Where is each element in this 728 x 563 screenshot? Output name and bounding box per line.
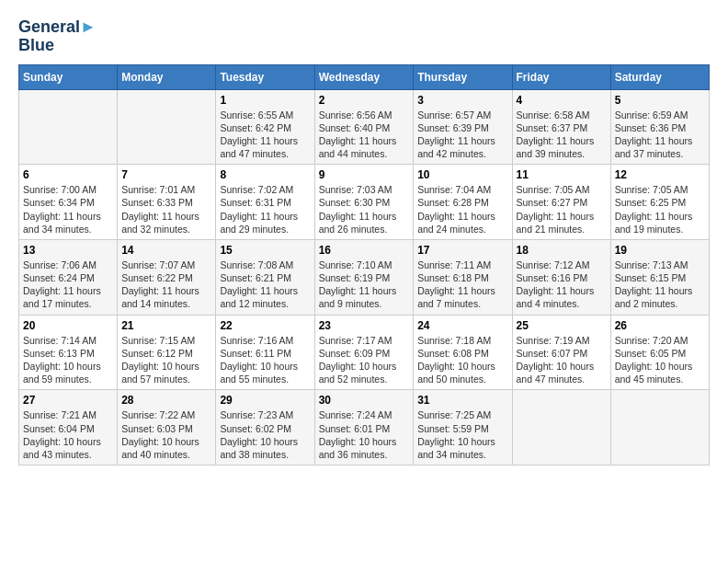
day-info: Sunrise: 6:58 AMSunset: 6:37 PMDaylight:… [517, 109, 607, 161]
day-info: Sunrise: 7:21 AMSunset: 6:04 PMDaylight:… [23, 408, 113, 461]
day-info: Sunrise: 7:04 AMSunset: 6:28 PMDaylight:… [417, 183, 507, 236]
day-number: 19 [615, 244, 705, 257]
day-number: 23 [319, 319, 410, 332]
calendar-week-row: 6Sunrise: 7:00 AMSunset: 6:34 PMDaylight… [19, 165, 710, 240]
day-info: Sunrise: 7:05 AMSunset: 6:27 PMDaylight:… [517, 183, 607, 236]
calendar-cell: 25Sunrise: 7:19 AMSunset: 6:07 PMDayligh… [512, 315, 610, 390]
calendar-cell: 7Sunrise: 7:01 AMSunset: 6:33 PMDaylight… [118, 165, 216, 240]
day-number: 22 [220, 319, 310, 332]
day-number: 14 [121, 244, 211, 257]
calendar-cell [512, 390, 610, 465]
day-number: 11 [517, 168, 607, 181]
logo-text: General►Blue [18, 18, 97, 55]
calendar-cell: 10Sunrise: 7:04 AMSunset: 6:28 PMDayligh… [414, 165, 512, 240]
day-number: 26 [615, 319, 705, 332]
day-info: Sunrise: 7:22 AMSunset: 6:03 PMDaylight:… [121, 408, 211, 461]
day-info: Sunrise: 6:57 AMSunset: 6:39 PMDaylight:… [417, 109, 507, 161]
calendar-cell: 15Sunrise: 7:08 AMSunset: 6:21 PMDayligh… [216, 239, 314, 315]
calendar-cell: 19Sunrise: 7:13 AMSunset: 6:15 PMDayligh… [610, 239, 709, 315]
day-info: Sunrise: 7:24 AMSunset: 6:01 PMDaylight:… [319, 408, 410, 461]
day-info: Sunrise: 6:59 AMSunset: 6:36 PMDaylight:… [615, 109, 705, 161]
day-of-week-header: Wednesday [314, 64, 414, 89]
day-info: Sunrise: 7:08 AMSunset: 6:21 PMDaylight:… [220, 259, 310, 311]
calendar-cell: 8Sunrise: 7:02 AMSunset: 6:31 PMDaylight… [216, 165, 314, 240]
day-info: Sunrise: 7:05 AMSunset: 6:25 PMDaylight:… [615, 183, 705, 236]
calendar-cell: 24Sunrise: 7:18 AMSunset: 6:08 PMDayligh… [414, 315, 512, 390]
day-info: Sunrise: 7:15 AMSunset: 6:12 PMDaylight:… [121, 334, 211, 386]
day-info: Sunrise: 7:18 AMSunset: 6:08 PMDaylight:… [417, 334, 507, 386]
calendar-cell: 31Sunrise: 7:25 AMSunset: 5:59 PMDayligh… [414, 390, 512, 465]
calendar-week-row: 27Sunrise: 7:21 AMSunset: 6:04 PMDayligh… [19, 390, 710, 465]
calendar-body: 1Sunrise: 6:55 AMSunset: 6:42 PMDaylight… [19, 89, 710, 465]
calendar-cell [610, 390, 709, 465]
day-number: 24 [417, 319, 507, 332]
day-number: 13 [23, 244, 113, 257]
day-number: 17 [417, 244, 507, 257]
day-info: Sunrise: 7:11 AMSunset: 6:18 PMDaylight:… [417, 259, 507, 311]
day-number: 28 [121, 394, 211, 407]
day-number: 18 [517, 244, 607, 257]
calendar-cell: 13Sunrise: 7:06 AMSunset: 6:24 PMDayligh… [19, 239, 118, 315]
day-number: 25 [517, 319, 607, 332]
calendar-cell: 28Sunrise: 7:22 AMSunset: 6:03 PMDayligh… [118, 390, 216, 465]
calendar-cell: 14Sunrise: 7:07 AMSunset: 6:22 PMDayligh… [118, 239, 216, 315]
day-number: 10 [417, 168, 507, 181]
day-info: Sunrise: 7:06 AMSunset: 6:24 PMDaylight:… [23, 259, 113, 311]
calendar-cell: 5Sunrise: 6:59 AMSunset: 6:36 PMDaylight… [610, 89, 709, 165]
calendar-cell: 6Sunrise: 7:00 AMSunset: 6:34 PMDaylight… [19, 165, 118, 240]
day-number: 4 [517, 94, 607, 107]
day-number: 5 [615, 94, 705, 107]
day-number: 16 [319, 244, 410, 257]
day-number: 30 [319, 394, 410, 407]
calendar-cell: 23Sunrise: 7:17 AMSunset: 6:09 PMDayligh… [314, 315, 414, 390]
day-info: Sunrise: 7:01 AMSunset: 6:33 PMDaylight:… [121, 183, 211, 236]
day-number: 20 [23, 319, 113, 332]
day-info: Sunrise: 6:56 AMSunset: 6:40 PMDaylight:… [319, 109, 410, 161]
calendar-week-row: 20Sunrise: 7:14 AMSunset: 6:13 PMDayligh… [19, 315, 710, 390]
day-number: 12 [615, 168, 705, 181]
day-info: Sunrise: 7:14 AMSunset: 6:13 PMDaylight:… [23, 334, 113, 386]
day-number: 6 [23, 168, 113, 181]
calendar-cell: 2Sunrise: 6:56 AMSunset: 6:40 PMDaylight… [314, 89, 414, 165]
day-number: 7 [121, 168, 211, 181]
day-info: Sunrise: 7:10 AMSunset: 6:19 PMDaylight:… [319, 259, 410, 311]
day-number: 1 [220, 94, 310, 107]
calendar-cell: 4Sunrise: 6:58 AMSunset: 6:37 PMDaylight… [512, 89, 610, 165]
day-info: Sunrise: 7:16 AMSunset: 6:11 PMDaylight:… [220, 334, 310, 386]
day-number: 8 [220, 168, 310, 181]
calendar-cell: 30Sunrise: 7:24 AMSunset: 6:01 PMDayligh… [314, 390, 414, 465]
calendar-cell: 21Sunrise: 7:15 AMSunset: 6:12 PMDayligh… [118, 315, 216, 390]
day-number: 3 [417, 94, 507, 107]
day-info: Sunrise: 7:13 AMSunset: 6:15 PMDaylight:… [615, 259, 705, 311]
day-info: Sunrise: 7:02 AMSunset: 6:31 PMDaylight:… [220, 183, 310, 236]
day-of-week-header: Friday [512, 64, 610, 89]
day-of-week-header: Tuesday [216, 64, 314, 89]
page-header: General►Blue [18, 18, 710, 55]
calendar-cell: 18Sunrise: 7:12 AMSunset: 6:16 PMDayligh… [512, 239, 610, 315]
day-info: Sunrise: 7:07 AMSunset: 6:22 PMDaylight:… [121, 259, 211, 311]
calendar-cell: 26Sunrise: 7:20 AMSunset: 6:05 PMDayligh… [610, 315, 709, 390]
calendar-cell: 17Sunrise: 7:11 AMSunset: 6:18 PMDayligh… [414, 239, 512, 315]
day-of-week-header: Sunday [19, 64, 118, 89]
logo: General►Blue [18, 18, 97, 55]
calendar-cell: 1Sunrise: 6:55 AMSunset: 6:42 PMDaylight… [216, 89, 314, 165]
day-info: Sunrise: 7:25 AMSunset: 5:59 PMDaylight:… [417, 408, 507, 461]
calendar-header-row: SundayMondayTuesdayWednesdayThursdayFrid… [19, 64, 710, 89]
day-number: 21 [121, 319, 211, 332]
calendar-cell: 27Sunrise: 7:21 AMSunset: 6:04 PMDayligh… [19, 390, 118, 465]
day-info: Sunrise: 7:00 AMSunset: 6:34 PMDaylight:… [23, 183, 113, 236]
day-number: 15 [220, 244, 310, 257]
calendar-cell: 12Sunrise: 7:05 AMSunset: 6:25 PMDayligh… [610, 165, 709, 240]
calendar-cell: 16Sunrise: 7:10 AMSunset: 6:19 PMDayligh… [314, 239, 414, 315]
calendar-cell [19, 89, 118, 165]
day-of-week-header: Saturday [610, 64, 709, 89]
day-info: Sunrise: 7:19 AMSunset: 6:07 PMDaylight:… [517, 334, 607, 386]
day-info: Sunrise: 7:12 AMSunset: 6:16 PMDaylight:… [517, 259, 607, 311]
calendar-cell: 9Sunrise: 7:03 AMSunset: 6:30 PMDaylight… [314, 165, 414, 240]
day-info: Sunrise: 7:03 AMSunset: 6:30 PMDaylight:… [319, 183, 410, 236]
day-number: 29 [220, 394, 310, 407]
day-number: 9 [319, 168, 410, 181]
calendar-cell: 11Sunrise: 7:05 AMSunset: 6:27 PMDayligh… [512, 165, 610, 240]
calendar-week-row: 1Sunrise: 6:55 AMSunset: 6:42 PMDaylight… [19, 89, 710, 165]
calendar-cell: 29Sunrise: 7:23 AMSunset: 6:02 PMDayligh… [216, 390, 314, 465]
